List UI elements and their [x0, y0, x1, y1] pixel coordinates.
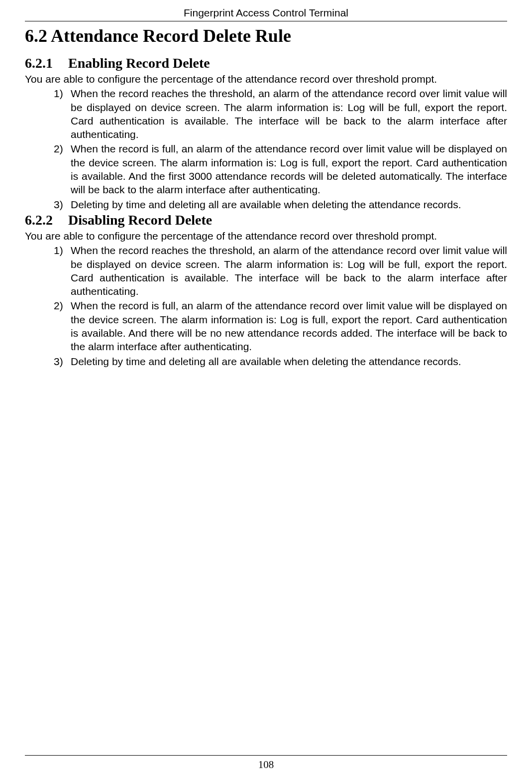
- page-number: 108: [258, 759, 274, 771]
- list-item-content: When the record is full, an alarm of the…: [71, 299, 507, 353]
- header-title: Fingerprint Access Control Terminal: [184, 7, 348, 18]
- list-item-number: 1): [54, 244, 71, 298]
- subsection-intro-1: You are able to configure the percentage…: [25, 72, 507, 86]
- subsection-heading-1: 6.2.1 Enabling Record Delete: [25, 55, 507, 71]
- list-item: 1) When the record reaches the threshold…: [54, 87, 507, 141]
- list-item-content: When the record reaches the threshold, a…: [71, 87, 507, 141]
- list-item: 2) When the record is full, an alarm of …: [54, 142, 507, 196]
- list-item-number: 1): [54, 87, 71, 141]
- subsection-intro-2: You are able to configure the percentage…: [25, 229, 507, 243]
- list-item: 3) Deleting by time and deleting all are…: [54, 198, 507, 211]
- list-item-content: When the record is full, an alarm of the…: [71, 142, 507, 196]
- list-item-content: Deleting by time and deleting all are av…: [71, 198, 507, 211]
- page-header: Fingerprint Access Control Terminal: [25, 0, 507, 21]
- ordered-list-1: 1) When the record reaches the threshold…: [54, 87, 507, 211]
- list-item-number: 2): [54, 299, 71, 353]
- list-item-number: 3): [54, 198, 71, 211]
- list-item-number: 3): [54, 355, 71, 368]
- subsection-number-2: 6.2.2: [25, 212, 65, 228]
- list-item: 3) Deleting by time and deleting all are…: [54, 355, 507, 368]
- list-item-number: 2): [54, 142, 71, 196]
- ordered-list-2: 1) When the record reaches the threshold…: [54, 244, 507, 368]
- page-footer: 108: [25, 755, 507, 771]
- list-item: 1) When the record reaches the threshold…: [54, 244, 507, 298]
- subsection-title-2: Disabling Record Delete: [68, 212, 212, 228]
- list-item-content: Deleting by time and deleting all are av…: [71, 355, 507, 368]
- list-item-content: When the record reaches the threshold, a…: [71, 244, 507, 298]
- list-item: 2) When the record is full, an alarm of …: [54, 299, 507, 353]
- subsection-number-1: 6.2.1: [25, 55, 65, 71]
- subsection-heading-2: 6.2.2 Disabling Record Delete: [25, 212, 507, 228]
- section-heading: 6.2 Attendance Record Delete Rule: [25, 25, 507, 46]
- subsection-title-1: Enabling Record Delete: [68, 55, 210, 71]
